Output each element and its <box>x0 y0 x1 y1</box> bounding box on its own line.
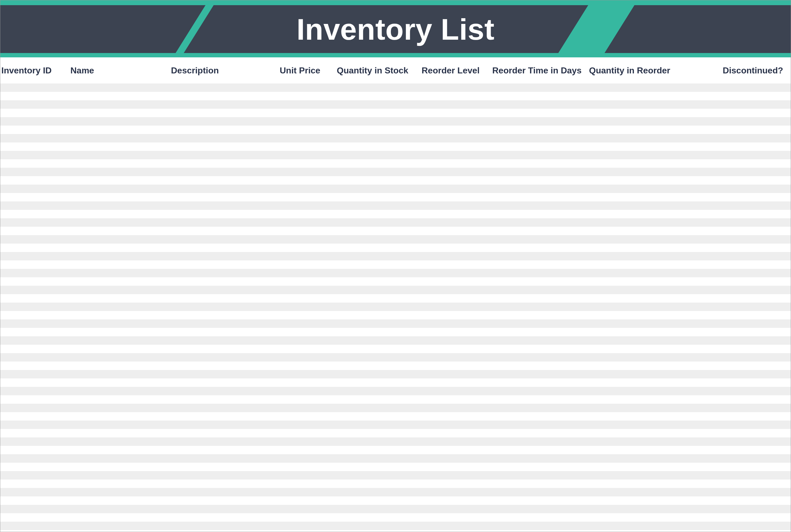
table-cell[interactable] <box>420 471 490 479</box>
table-cell[interactable] <box>335 235 420 244</box>
table-cell[interactable] <box>682 429 791 437</box>
table-cell[interactable] <box>0 92 69 100</box>
table-row[interactable] <box>0 454 791 463</box>
table-cell[interactable] <box>490 142 587 151</box>
table-cell[interactable] <box>169 142 278 151</box>
table-cell[interactable] <box>335 244 420 252</box>
table-cell[interactable] <box>682 227 791 235</box>
table-cell[interactable] <box>278 479 335 488</box>
table-cell[interactable] <box>335 336 420 345</box>
table-cell[interactable] <box>420 176 490 185</box>
table-cell[interactable] <box>682 353 791 362</box>
table-cell[interactable] <box>169 151 278 159</box>
table-cell[interactable] <box>587 269 682 277</box>
table-cell[interactable] <box>420 420 490 429</box>
table-cell[interactable] <box>69 311 169 319</box>
table-cell[interactable] <box>587 100 682 109</box>
table-cell[interactable] <box>335 210 420 218</box>
table-cell[interactable] <box>490 353 587 362</box>
table-cell[interactable] <box>169 454 278 463</box>
table-cell[interactable] <box>0 134 69 142</box>
table-cell[interactable] <box>420 463 490 471</box>
table-cell[interactable] <box>587 420 682 429</box>
table-cell[interactable] <box>69 463 169 471</box>
table-cell[interactable] <box>420 370 490 378</box>
table-cell[interactable] <box>169 109 278 117</box>
table-cell[interactable] <box>278 328 335 336</box>
table-row[interactable] <box>0 336 791 345</box>
table-cell[interactable] <box>335 151 420 159</box>
table-cell[interactable] <box>587 404 682 412</box>
table-row[interactable] <box>0 311 791 319</box>
table-cell[interactable] <box>169 294 278 303</box>
table-cell[interactable] <box>169 429 278 437</box>
table-cell[interactable] <box>682 261 791 269</box>
table-cell[interactable] <box>335 134 420 142</box>
table-cell[interactable] <box>0 277 69 286</box>
table-cell[interactable] <box>278 353 335 362</box>
table-cell[interactable] <box>587 134 682 142</box>
table-cell[interactable] <box>335 463 420 471</box>
table-cell[interactable] <box>69 328 169 336</box>
table-cell[interactable] <box>587 193 682 202</box>
table-cell[interactable] <box>420 496 490 505</box>
table-cell[interactable] <box>490 134 587 142</box>
table-cell[interactable] <box>169 378 278 387</box>
table-cell[interactable] <box>420 244 490 252</box>
table-cell[interactable] <box>682 345 791 353</box>
table-cell[interactable] <box>69 269 169 277</box>
table-cell[interactable] <box>587 387 682 395</box>
table-cell[interactable] <box>0 303 69 311</box>
table-cell[interactable] <box>335 429 420 437</box>
table-cell[interactable] <box>587 429 682 437</box>
table-cell[interactable] <box>682 378 791 387</box>
table-row[interactable] <box>0 235 791 244</box>
table-cell[interactable] <box>335 294 420 303</box>
table-cell[interactable] <box>682 336 791 345</box>
table-cell[interactable] <box>169 496 278 505</box>
table-cell[interactable] <box>335 345 420 353</box>
table-cell[interactable] <box>490 193 587 202</box>
table-cell[interactable] <box>682 168 791 176</box>
table-cell[interactable] <box>490 109 587 117</box>
table-cell[interactable] <box>169 227 278 235</box>
table-row[interactable] <box>0 168 791 176</box>
table-cell[interactable] <box>0 345 69 353</box>
table-cell[interactable] <box>490 92 587 100</box>
table-cell[interactable] <box>69 488 169 496</box>
table-cell[interactable] <box>169 176 278 185</box>
table-cell[interactable] <box>420 227 490 235</box>
table-cell[interactable] <box>278 488 335 496</box>
table-cell[interactable] <box>278 134 335 142</box>
table-cell[interactable] <box>69 479 169 488</box>
table-cell[interactable] <box>682 92 791 100</box>
table-cell[interactable] <box>490 227 587 235</box>
table-cell[interactable] <box>169 303 278 311</box>
table-cell[interactable] <box>169 83 278 92</box>
table-cell[interactable] <box>335 168 420 176</box>
table-cell[interactable] <box>682 109 791 117</box>
table-row[interactable] <box>0 261 791 269</box>
table-cell[interactable] <box>278 193 335 202</box>
table-cell[interactable] <box>0 463 69 471</box>
table-cell[interactable] <box>490 345 587 353</box>
table-cell[interactable] <box>682 505 791 513</box>
table-cell[interactable] <box>490 202 587 210</box>
table-cell[interactable] <box>490 100 587 109</box>
table-cell[interactable] <box>587 176 682 185</box>
table-cell[interactable] <box>169 193 278 202</box>
table-cell[interactable] <box>682 328 791 336</box>
table-cell[interactable] <box>278 319 335 328</box>
table-cell[interactable] <box>0 269 69 277</box>
table-cell[interactable] <box>682 387 791 395</box>
table-cell[interactable] <box>278 142 335 151</box>
table-cell[interactable] <box>490 126 587 134</box>
table-row[interactable] <box>0 488 791 496</box>
table-cell[interactable] <box>420 454 490 463</box>
table-cell[interactable] <box>420 505 490 513</box>
table-cell[interactable] <box>587 378 682 387</box>
table-cell[interactable] <box>169 505 278 513</box>
table-cell[interactable] <box>169 235 278 244</box>
table-cell[interactable] <box>69 513 169 522</box>
table-cell[interactable] <box>587 142 682 151</box>
